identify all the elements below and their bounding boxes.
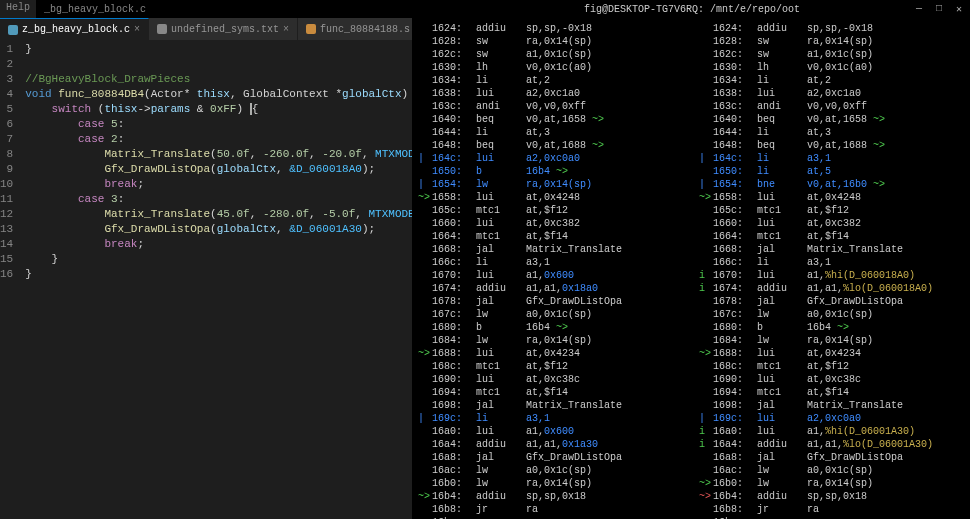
asm-line: 1648:beqv0,at,1688 ~> [418,139,683,152]
asm-line: 1674:addiua1,a1,0x18a0 [418,282,683,295]
close-icon[interactable]: ✕ [956,3,962,15]
asm-line: ~>1688:luiat,0x4234 [418,347,683,360]
asm-line: 1678:jalGfx_DrawDListOpa [418,295,683,308]
asm-line: 16a4:addiua1,a1,0x1a30 [418,438,683,451]
asm-line: 1690:luiat,0xc38c [699,373,964,386]
asm-line: 16b8:jrra [699,503,964,516]
asm-line: 1668:jalMatrix_Translate [418,243,683,256]
menu-help[interactable]: Help [0,0,36,18]
asm-line: ~>1658:luiat,0x4248 [699,191,964,204]
asm-line: ~>16b0:lwra,0x14(sp) [699,477,964,490]
asm-line: 1678:jalGfx_DrawDListOpa [699,295,964,308]
asm-line: 1624:addiusp,sp,-0x18 [418,22,683,35]
asm-line: |1654:bnev0,at,16b0 ~> [699,178,964,191]
asm-line: 1650:b16b4 ~> [418,165,683,178]
minimize-icon[interactable]: — [916,3,922,15]
asm-line: 1638:luia2,0xc1a0 [699,87,964,100]
asm-line: |1654:lwra,0x14(sp) [418,178,683,191]
main-split: z_bg_heavy_block.c×undefined_syms.txt×fu… [0,18,970,519]
tab-close-icon[interactable]: × [134,24,140,35]
asm-line: 1680:b16b4 ~> [699,321,964,334]
asm-line: 1664:mtc1at,$f14 [418,230,683,243]
tab-label: func_80884188.s [320,24,410,35]
asm-line: 1660:luiat,0xc382 [418,217,683,230]
asm-line: 1694:mtc1at,$f14 [699,386,964,399]
top-bar: Help _bg_heavy_block.c fig@DESKTOP-TG7V6… [0,0,970,18]
asm-line: 163c:andiv0,v0,0xff [418,100,683,113]
asm-right-column: 1624:addiusp,sp,-0x181628:swra,0x14(sp)1… [699,22,964,515]
asm-line: 1640:beqv0,at,1658 ~> [699,113,964,126]
asm-line: 1670:luia1,0x600 [418,269,683,282]
asm-line: i1670:luia1,%hi(D_060018A0) [699,269,964,282]
asm-line: 1698:jalMatrix_Translate [418,399,683,412]
asm-line: 1694:mtc1at,$f14 [418,386,683,399]
tab-label: z_bg_heavy_block.c [22,24,130,35]
line-gutter: 12345678910111213141516 [0,40,21,519]
tab-z_bg_heavy_block-c[interactable]: z_bg_heavy_block.c× [0,18,149,40]
asm-line: 1644:liat,3 [699,126,964,139]
asm-line: i16a4:addiua1,a1,%lo(D_06001A30) [699,438,964,451]
asm-line: 1634:liat,2 [699,74,964,87]
asm-line: i16a0:luia1,%hi(D_06001A30) [699,425,964,438]
asm-line: 1630:lhv0,0x1c(a0) [418,61,683,74]
asm-line: 165c:mtc1at,$f12 [699,204,964,217]
asm-line: |164c:luia2,0xc0a0 [418,152,683,165]
asm-line: 16a8:jalGfx_DrawDListOpa [699,451,964,464]
asm-line: 16a0:luia1,0x600 [418,425,683,438]
editor-pane: z_bg_heavy_block.c×undefined_syms.txt×fu… [0,18,412,519]
asm-line: i1674:addiua1,a1,%lo(D_060018A0) [699,282,964,295]
asm-line: 1628:swra,0x14(sp) [699,35,964,48]
asm-line: 168c:mtc1at,$f12 [418,360,683,373]
asm-line: 1638:luia2,0xc1a0 [418,87,683,100]
asm-line: 1684:lwra,0x14(sp) [699,334,964,347]
window-title: fig@DESKTOP-TG7V6RQ: /mnt/e/repo/oot [476,4,908,15]
code-area[interactable]: } //BgHeavyBlock_DrawPieces void func_80… [21,40,412,519]
terminal-title-bar: _bg_heavy_block.c fig@DESKTOP-TG7V6RQ: /… [36,0,970,18]
diff-terminal[interactable]: 1624:addiusp,sp,-0x181628:swra,0x14(sp)1… [412,18,970,519]
asm-line: 16ac:lwa0,0x1c(sp) [699,464,964,477]
code-editor[interactable]: 12345678910111213141516 } //BgHeavyBlock… [0,40,412,519]
tab-func_80884188-s[interactable]: func_80884188.s× [298,18,429,40]
asm-line: 162c:swa1,0x1c(sp) [699,48,964,61]
asm-line: 167c:lwa0,0x1c(sp) [699,308,964,321]
tab-label: undefined_syms.txt [171,24,279,35]
asm-left-column: 1624:addiusp,sp,-0x181628:swra,0x14(sp)1… [418,22,683,515]
asm-line: 16a8:jalGfx_DrawDListOpa [418,451,683,464]
asm-line: 1650:liat,5 [699,165,964,178]
asm-line: 1698:jalMatrix_Translate [699,399,964,412]
asm-line: ~>1658:luiat,0x4248 [418,191,683,204]
asm-line: 1640:beqv0,at,1658 ~> [418,113,683,126]
asm-line: 166c:lia3,1 [699,256,964,269]
asm-line: |169c:luia2,0xc0a0 [699,412,964,425]
asm-line: 1660:luiat,0xc382 [699,217,964,230]
asm-line: ~>1688:luiat,0x4234 [699,347,964,360]
asm-line: 1680:b16b4 ~> [418,321,683,334]
asm-line: 163c:andiv0,v0,0xff [699,100,964,113]
asm-line: 1668:jalMatrix_Translate [699,243,964,256]
asm-line: 1628:swra,0x14(sp) [418,35,683,48]
asm-line: 168c:mtc1at,$f12 [699,360,964,373]
asm-line: 16b8:jrra [418,503,683,516]
asm-line: |169c:lia3,1 [418,412,683,425]
asm-line: 16b0:lwra,0x14(sp) [418,477,683,490]
asm-line: |164c:lia3,1 [699,152,964,165]
asm-line: 1624:addiusp,sp,-0x18 [699,22,964,35]
asm-line: 1690:luiat,0xc38c [418,373,683,386]
tab-undefined_syms-txt[interactable]: undefined_syms.txt× [149,18,298,40]
asm-line: 16ac:lwa0,0x1c(sp) [418,464,683,477]
asm-line: 1630:lhv0,0x1c(a0) [699,61,964,74]
breadcrumb-right-hint: _bg_heavy_block.c [44,4,476,15]
asm-line: 167c:lwa0,0x1c(sp) [418,308,683,321]
file-icon [8,25,18,35]
maximize-icon[interactable]: □ [936,3,942,15]
asm-line: 1684:lwra,0x14(sp) [418,334,683,347]
asm-line: 1648:beqv0,at,1688 ~> [699,139,964,152]
asm-line: 1634:liat,2 [418,74,683,87]
asm-line: ~>16b4:addiusp,sp,0x18 [418,490,683,503]
asm-line: 1664:mtc1at,$f14 [699,230,964,243]
asm-line: 166c:lia3,1 [418,256,683,269]
editor-tabs: z_bg_heavy_block.c×undefined_syms.txt×fu… [0,18,412,40]
asm-line: 1644:liat,3 [418,126,683,139]
asm-line: 162c:swa1,0x1c(sp) [418,48,683,61]
tab-close-icon[interactable]: × [283,24,289,35]
